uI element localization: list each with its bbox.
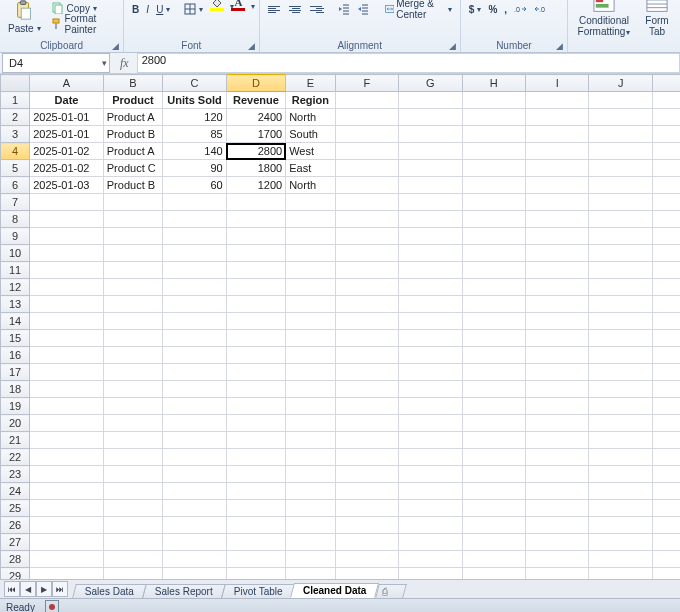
cell-C13[interactable] (163, 296, 226, 313)
cell-F5[interactable] (335, 160, 398, 177)
cell-I18[interactable] (526, 381, 589, 398)
dialog-launcher-icon[interactable]: ◢ (112, 41, 119, 51)
row-header-28[interactable]: 28 (1, 551, 30, 568)
cell-C21[interactable] (163, 432, 226, 449)
cell-H14[interactable] (462, 313, 525, 330)
cell-E19[interactable] (286, 398, 335, 415)
cell-I7[interactable] (526, 194, 589, 211)
cell-J14[interactable] (589, 313, 652, 330)
row-header-25[interactable]: 25 (1, 500, 30, 517)
cell-F2[interactable] (335, 109, 398, 126)
cell-G17[interactable] (399, 364, 462, 381)
cell-D19[interactable] (226, 398, 285, 415)
col-header-K[interactable]: K (652, 75, 680, 92)
cell-C2[interactable]: 120 (163, 109, 226, 126)
cell-A27[interactable] (30, 534, 104, 551)
col-header-G[interactable]: G (399, 75, 462, 92)
row-header-24[interactable]: 24 (1, 483, 30, 500)
cell-J2[interactable] (589, 109, 652, 126)
row-header-13[interactable]: 13 (1, 296, 30, 313)
cell-F19[interactable] (335, 398, 398, 415)
cell-C27[interactable] (163, 534, 226, 551)
cell-H10[interactable] (462, 245, 525, 262)
cell-H9[interactable] (462, 228, 525, 245)
cell-A25[interactable] (30, 500, 104, 517)
format-painter-button[interactable]: Format Painter (49, 16, 118, 32)
cell-G23[interactable] (399, 466, 462, 483)
cell-C12[interactable] (163, 279, 226, 296)
cell-A15[interactable] (30, 330, 104, 347)
cell-G4[interactable] (399, 143, 462, 160)
col-header-B[interactable]: B (103, 75, 162, 92)
cell-E12[interactable] (286, 279, 335, 296)
cell-J28[interactable] (589, 551, 652, 568)
row-header-8[interactable]: 8 (1, 211, 30, 228)
cell-J22[interactable] (589, 449, 652, 466)
cell-C7[interactable] (163, 194, 226, 211)
cell-C8[interactable] (163, 211, 226, 228)
sheet-tab[interactable]: Cleaned Data (290, 583, 379, 598)
sheet-nav-prev[interactable]: ◀ (20, 581, 36, 597)
conditional-formatting-button[interactable]: ConditionalFormatting▾ (574, 0, 634, 37)
cell-H11[interactable] (462, 262, 525, 279)
cell-J15[interactable] (589, 330, 652, 347)
cell-I26[interactable] (526, 517, 589, 534)
col-header-D[interactable]: D (226, 75, 285, 92)
cell-H8[interactable] (462, 211, 525, 228)
row-header-19[interactable]: 19 (1, 398, 30, 415)
col-header-E[interactable]: E (286, 75, 335, 92)
cell-J1[interactable] (589, 92, 652, 109)
cell-H27[interactable] (462, 534, 525, 551)
cell-D9[interactable] (226, 228, 285, 245)
sheet-nav-first[interactable]: ⏮ (4, 581, 20, 597)
cell-G10[interactable] (399, 245, 462, 262)
cell-I24[interactable] (526, 483, 589, 500)
cell-I4[interactable] (526, 143, 589, 160)
cell-B29[interactable] (103, 568, 162, 580)
cell-H29[interactable] (462, 568, 525, 580)
col-header-I[interactable]: I (526, 75, 589, 92)
cell-H15[interactable] (462, 330, 525, 347)
cell-G11[interactable] (399, 262, 462, 279)
cell-G7[interactable] (399, 194, 462, 211)
sheet-tab[interactable]: Pivot Table (221, 584, 296, 598)
cell-D4[interactable]: 2800 (226, 143, 285, 160)
cell-G1[interactable] (399, 92, 462, 109)
cell-A16[interactable] (30, 347, 104, 364)
cell-J9[interactable] (589, 228, 652, 245)
cell-K5[interactable] (652, 160, 680, 177)
cell-E10[interactable] (286, 245, 335, 262)
cell-F27[interactable] (335, 534, 398, 551)
cell-A7[interactable] (30, 194, 104, 211)
cell-G24[interactable] (399, 483, 462, 500)
cell-D11[interactable] (226, 262, 285, 279)
cell-H20[interactable] (462, 415, 525, 432)
row-header-9[interactable]: 9 (1, 228, 30, 245)
cell-H16[interactable] (462, 347, 525, 364)
cell-C6[interactable]: 60 (163, 177, 226, 194)
cell-J21[interactable] (589, 432, 652, 449)
cell-J19[interactable] (589, 398, 652, 415)
cell-B8[interactable] (103, 211, 162, 228)
cell-E1[interactable]: Region (286, 92, 335, 109)
row-header-5[interactable]: 5 (1, 160, 30, 177)
row-header-10[interactable]: 10 (1, 245, 30, 262)
cell-I15[interactable] (526, 330, 589, 347)
cell-C24[interactable] (163, 483, 226, 500)
cell-H18[interactable] (462, 381, 525, 398)
cell-G20[interactable] (399, 415, 462, 432)
cell-B22[interactable] (103, 449, 162, 466)
cell-C29[interactable] (163, 568, 226, 580)
cell-I25[interactable] (526, 500, 589, 517)
cell-B16[interactable] (103, 347, 162, 364)
cell-J17[interactable] (589, 364, 652, 381)
cell-E13[interactable] (286, 296, 335, 313)
underline-button[interactable]: U▾ (154, 4, 172, 15)
cell-G2[interactable] (399, 109, 462, 126)
col-header-F[interactable]: F (335, 75, 398, 92)
cell-F28[interactable] (335, 551, 398, 568)
cell-J20[interactable] (589, 415, 652, 432)
cell-B4[interactable]: Product A (103, 143, 162, 160)
cell-F24[interactable] (335, 483, 398, 500)
cell-H22[interactable] (462, 449, 525, 466)
